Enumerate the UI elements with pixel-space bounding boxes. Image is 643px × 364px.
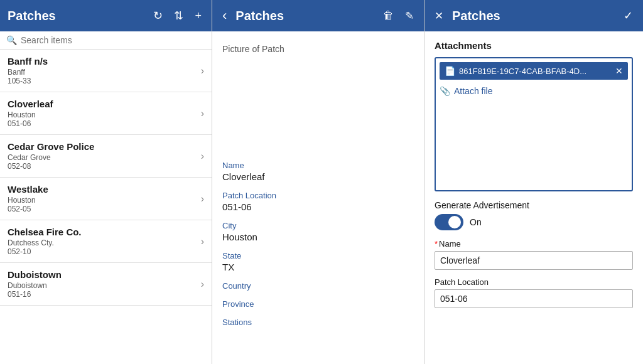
paperclip-icon: 📎 (440, 86, 450, 96)
list-item-chevron: › (201, 65, 204, 77)
name-field-label: * Name (435, 239, 633, 249)
field-label: City (222, 221, 414, 230)
name-label-text: Name (439, 239, 461, 249)
name-input[interactable] (435, 251, 633, 270)
patch-location-input[interactable] (435, 289, 633, 308)
list-item-content: Cedar Grove Police Cedar Grove 052-08 (8, 141, 196, 171)
file-icon: 📄 (445, 66, 455, 76)
toggle-control-row: On (435, 214, 633, 230)
list-item[interactable]: Westlake Houston 052-05 › (0, 178, 212, 220)
toggle-thumb (448, 216, 461, 228)
list-item-name: Chelsea Fire Co. (8, 227, 196, 237)
toggle-row: Generate Advertisement (435, 200, 633, 210)
list-item-content: Westlake Houston 052-05 (8, 184, 196, 213)
right-header: ✕ Patches ✓ (424, 0, 643, 31)
field-value: Houston (222, 232, 414, 242)
edit-icon[interactable]: ✎ (403, 7, 416, 25)
list-item-city: Cedar Grove (8, 153, 196, 162)
attach-file-button[interactable]: 📎 Attach file (440, 83, 628, 99)
attachment-empty-area (440, 99, 628, 186)
field-group: Name Cloverleaf (222, 161, 414, 182)
list-item-name: Cedar Grove Police (8, 141, 196, 152)
list-item-chevron: › (201, 108, 204, 119)
attachment-box: 📄 861F819E-19C7-4CAB-BFAB-4D... ✕ 📎 Atta… (435, 57, 633, 191)
list-item-name: Banff n/s (8, 56, 196, 67)
name-field-group: * Name (435, 239, 633, 270)
list-item[interactable]: Cedar Grove Police Cedar Grove 052-08 › (0, 135, 212, 178)
field-group: Country (222, 281, 414, 291)
list-item-city: Houston (8, 110, 196, 119)
field-label: Stations (222, 318, 414, 327)
middle-fields: Name Cloverleaf Patch Location 051-06 Ci… (222, 161, 414, 327)
field-label: Patch Location (222, 191, 414, 200)
list-item-city: Dutchess Cty. (8, 238, 196, 247)
middle-panel: ‹ Patches 🗑 ✎ Picture of Patch Name Clov… (212, 0, 424, 364)
check-icon[interactable]: ✓ (621, 6, 635, 25)
field-group: Patch Location 051-06 (222, 191, 414, 212)
list-item-city: Banff (8, 68, 196, 77)
field-label: Country (222, 281, 414, 291)
close-icon[interactable]: ✕ (432, 7, 446, 25)
left-panel: Patches ↻ ⇅ + 🔍 Banff n/s Banff 105-33 ›… (0, 0, 212, 364)
list-item[interactable]: Banff n/s Banff 105-33 › (0, 50, 212, 92)
search-bar: 🔍 (0, 31, 212, 50)
generate-ad-toggle[interactable] (435, 214, 463, 230)
middle-content: Picture of Patch Name Cloverleaf Patch L… (212, 31, 424, 364)
search-input[interactable] (21, 35, 205, 45)
patch-location-field-group: Patch Location (435, 277, 633, 308)
list-item-code: 052-08 (8, 162, 196, 171)
list-item-code: 105-33 (8, 77, 196, 85)
left-header: Patches ↻ ⇅ + (0, 0, 212, 31)
field-group: Stations (222, 318, 414, 327)
middle-panel-title: Patches (235, 9, 374, 23)
list-item[interactable]: Cloverleaf Houston 051-06 › (0, 92, 212, 135)
field-group: State TX (222, 251, 414, 272)
list-item-content: Chelsea Fire Co. Dutchess Cty. 052-10 (8, 227, 196, 256)
picture-section: Picture of Patch (222, 41, 414, 161)
toggle-track (435, 214, 463, 230)
attachment-file-name: 861F819E-19C7-4CAB-BFAB-4D... (459, 67, 612, 76)
list-item-chevron: › (201, 236, 204, 247)
back-icon[interactable]: ‹ (220, 5, 229, 26)
list-item-chevron: › (201, 193, 204, 205)
attachment-item: 📄 861F819E-19C7-4CAB-BFAB-4D... ✕ (440, 62, 628, 80)
remove-attachment-button[interactable]: ✕ (615, 66, 623, 76)
field-group: Province (222, 299, 414, 309)
add-icon[interactable]: + (192, 7, 204, 25)
attachments-title: Attachments (435, 40, 633, 51)
delete-icon[interactable]: 🗑 (381, 7, 396, 24)
list-item-name: Cloverleaf (8, 99, 196, 109)
list-item[interactable]: Duboistown Duboistown 051-16 › (0, 263, 212, 306)
patch-location-label-text: Patch Location (435, 277, 489, 287)
list-item[interactable]: Chelsea Fire Co. Dutchess Cty. 052-10 › (0, 220, 212, 263)
list-item-chevron: › (201, 151, 204, 162)
list-item-content: Duboistown Duboistown 051-16 (8, 269, 196, 299)
left-panel-title: Patches (8, 9, 144, 23)
list-item-code: 051-06 (8, 119, 196, 128)
patch-location-field-label: Patch Location (435, 277, 633, 287)
right-content: Attachments 📄 861F819E-19C7-4CAB-BFAB-4D… (424, 31, 643, 364)
field-label: Name (222, 161, 414, 170)
search-icon: 🔍 (6, 35, 17, 45)
field-value: 051-06 (222, 201, 414, 212)
list-item-name: Duboistown (8, 269, 196, 280)
right-panel-title: Patches (452, 9, 615, 23)
list-item-code: 051-16 (8, 290, 196, 299)
list-item-city: Duboistown (8, 281, 196, 290)
right-panel: ✕ Patches ✓ Attachments 📄 861F819E-19C7-… (424, 0, 643, 364)
field-value: Cloverleaf (222, 171, 414, 182)
refresh-icon[interactable]: ↻ (151, 6, 165, 25)
sort-icon[interactable]: ⇅ (171, 6, 186, 25)
field-label: State (222, 251, 414, 260)
list-item-content: Banff n/s Banff 105-33 (8, 56, 196, 85)
list-item-city: Houston (8, 196, 196, 205)
list-item-chevron: › (201, 279, 204, 290)
required-star: * (435, 239, 438, 249)
toggle-on-label: On (470, 217, 482, 227)
list-item-code: 052-10 (8, 247, 196, 256)
list-item-code: 052-05 (8, 205, 196, 213)
list-container: Banff n/s Banff 105-33 › Cloverleaf Hous… (0, 50, 212, 364)
picture-label: Picture of Patch (222, 44, 284, 54)
list-item-name: Westlake (8, 184, 196, 195)
generate-ad-label: Generate Advertisement (435, 200, 529, 210)
